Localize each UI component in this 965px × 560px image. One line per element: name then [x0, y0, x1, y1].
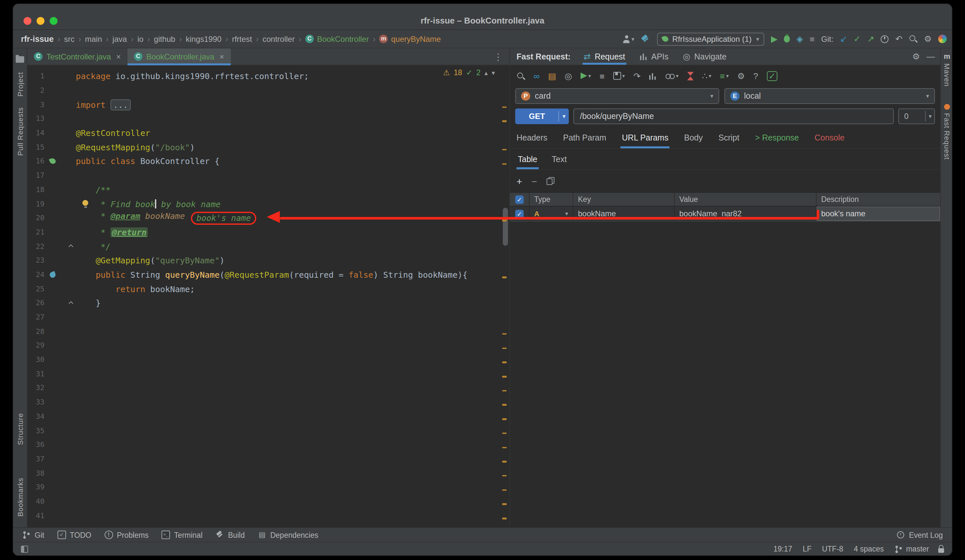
code-line: 23 @GetMapping("queryByName") — [28, 253, 509, 268]
toolwindow-stripe-structure[interactable]: Structure — [16, 413, 24, 445]
close-icon[interactable]: × — [116, 52, 121, 61]
toolwindow-button-build[interactable]: Build — [216, 531, 245, 539]
event-log-button[interactable]: Event Log — [897, 531, 943, 539]
http-method-dropdown[interactable]: GET ▾ — [515, 108, 569, 124]
toolwindow-button-terminal[interactable]: Terminal — [162, 531, 203, 539]
line-number: 21 — [28, 228, 44, 237]
breadcrumb-project-root[interactable]: rfr-issue — [21, 34, 54, 44]
class-icon: C — [305, 34, 314, 43]
breadcrumb-item-github[interactable]: github — [154, 34, 175, 44]
toolwindow-stripe-project[interactable]: Project — [16, 72, 24, 97]
environment-dropdown[interactable]: E local ▾ — [725, 88, 935, 104]
request-tab-console[interactable]: Console — [815, 127, 845, 149]
timeout-icon[interactable] — [687, 72, 693, 80]
breadcrumb-item-controller[interactable]: controller — [262, 34, 295, 44]
collection-icon[interactable]: ▤ — [548, 72, 556, 80]
hide-panel-icon[interactable]: — — [926, 52, 935, 61]
tab-bookcontroller[interactable]: C BookController.java × — [127, 48, 231, 65]
wrench-icon[interactable]: ⚙ — [737, 72, 745, 80]
description-cell[interactable]: book's name — [816, 206, 940, 221]
request-tab-body[interactable]: Body — [684, 127, 703, 149]
status-bar: 19:17LFUTF-84 spaces master — [13, 542, 952, 555]
counter-spinner[interactable]: 0 ▾ — [898, 108, 935, 124]
project-dropdown[interactable]: P card ▾ — [515, 88, 719, 104]
select-all-checkbox[interactable] — [515, 195, 524, 204]
editor-scrollbar[interactable] — [503, 208, 508, 246]
tab-request[interactable]: ⇄ Request — [582, 48, 626, 65]
inspection-widget[interactable]: ⚠ 18 ✓ 2 ▴ ▾ — [443, 68, 495, 77]
debug-button[interactable] — [784, 35, 790, 42]
tab-options-kebab-icon[interactable]: ⋮ — [487, 48, 509, 65]
breadcrumb-item-java[interactable]: java — [113, 34, 127, 44]
search-icon[interactable] — [517, 72, 525, 80]
ide-updates-icon[interactable] — [938, 34, 947, 43]
tab-apis[interactable]: APIs — [638, 48, 670, 65]
record-icon[interactable]: ◎ — [564, 72, 572, 80]
readonly-lock-icon[interactable] — [938, 548, 944, 552]
tab-navigate[interactable]: ◎ Navigate — [682, 48, 728, 65]
tab-testcontroller[interactable]: C TestController.java × — [28, 48, 127, 65]
search-everywhere-button[interactable] — [909, 34, 918, 43]
toolwindow-stripe-fast-request[interactable]: Fast Request — [943, 104, 951, 160]
stop-request-icon[interactable]: ■ — [600, 72, 605, 80]
git-push-button[interactable]: ↗ — [867, 34, 875, 43]
toolwindow-button-problems[interactable]: Problems — [104, 531, 149, 539]
breadcrumb-item-src[interactable]: src — [64, 34, 75, 44]
toolwindow-stripe-pull-requests[interactable]: Pull Requests — [16, 107, 24, 156]
next-problem-icon[interactable]: ▾ — [492, 69, 495, 76]
url-input[interactable]: /book/queryByName — [573, 108, 894, 124]
toolwindow-button-dependencies[interactable]: ▤Dependencies — [258, 531, 318, 539]
help-icon[interactable]: ? — [754, 72, 758, 80]
health-check-icon[interactable]: ✓ — [767, 71, 778, 81]
toolwindow-stripe-maven[interactable]: mMaven — [943, 52, 951, 87]
breadcrumb-method[interactable]: mqueryByName — [379, 34, 441, 44]
redo-icon[interactable]: ↷ — [633, 72, 641, 80]
request-tab-url-params[interactable]: URL Params — [622, 127, 669, 149]
collections-layers-icon[interactable]: ≡▾ — [720, 72, 729, 80]
git-commit-button[interactable]: ✓ — [854, 34, 861, 43]
breadcrumb-item-rfrtest[interactable]: rfrtest — [232, 34, 252, 44]
build-project-icon[interactable] — [641, 34, 651, 44]
send-request-icon[interactable]: ▾ — [581, 72, 591, 79]
chart-icon[interactable] — [649, 72, 657, 79]
panel-settings-icon[interactable]: ⚙ — [913, 52, 920, 61]
view-tab-text[interactable]: Text — [552, 149, 567, 169]
request-tab-path-param[interactable]: Path Param — [563, 127, 607, 149]
breadcrumb-item-io[interactable]: io — [137, 34, 144, 44]
run-configuration-select[interactable]: RfrIssueApplication (1) ▾ — [658, 33, 765, 46]
view-tab-table[interactable]: Table — [518, 149, 537, 169]
fold-marker-icon[interactable] — [69, 301, 73, 306]
breadcrumb-item-kings1990[interactable]: kings1990 — [186, 34, 221, 44]
save-icon[interactable]: ▾ — [613, 72, 625, 80]
git-update-button[interactable]: ↙ — [840, 34, 847, 43]
toolwindow-button-todo[interactable]: TODO — [57, 531, 91, 539]
fold-marker-icon[interactable] — [69, 244, 73, 249]
folder-icon[interactable] — [16, 56, 24, 63]
previous-problem-icon[interactable]: ▴ — [484, 69, 488, 76]
share-icon[interactable]: ∴▾ — [702, 72, 711, 80]
request-tab-response[interactable]: > Response — [755, 127, 799, 149]
request-tab-headers[interactable]: Headers — [517, 127, 548, 149]
toolwindow-toggle-icon[interactable] — [21, 545, 28, 552]
request-tab-script[interactable]: Script — [718, 127, 739, 149]
remove-param-button[interactable]: − — [532, 176, 537, 186]
stop-button[interactable]: ■ — [810, 34, 815, 43]
copy-params-button[interactable] — [546, 177, 554, 185]
code-editor[interactable]: ⚠ 18 ✓ 2 ▴ ▾ 1package io.github.kings199… — [28, 65, 509, 527]
env-glasses-icon[interactable]: ∞ — [533, 72, 540, 80]
breadcrumb-item-main[interactable]: main — [85, 34, 102, 44]
toolwindow-stripe-bookmarks[interactable]: Bookmarks — [16, 478, 24, 517]
run-button[interactable]: ▶ — [771, 34, 777, 43]
history-button[interactable] — [881, 35, 889, 43]
coverage-button[interactable]: ◈ — [797, 34, 803, 43]
undo-button[interactable]: ↶ — [895, 34, 903, 43]
toolwindow-button-git[interactable]: Git — [22, 531, 44, 539]
git-branch-widget[interactable]: master — [895, 545, 929, 553]
settings-button[interactable]: ⚙ — [924, 34, 932, 43]
link-icon[interactable]: ▾ — [665, 73, 678, 79]
class-icon: C — [134, 52, 142, 61]
add-param-button[interactable]: + — [517, 176, 522, 186]
close-icon[interactable]: × — [220, 52, 224, 61]
users-button[interactable]: ▾ — [622, 35, 634, 43]
breadcrumb-class[interactable]: CBookController — [305, 34, 369, 44]
